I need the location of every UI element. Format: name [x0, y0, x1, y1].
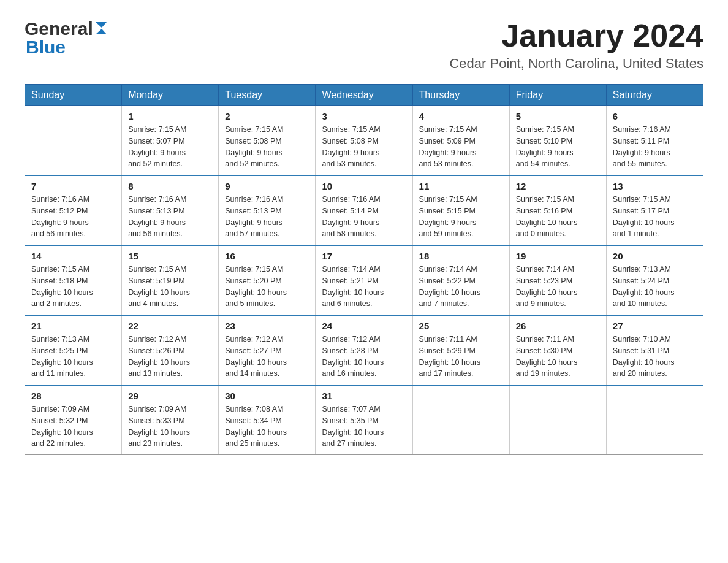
day-number: 16 — [225, 251, 309, 261]
calendar-day-cell: 27Sunrise: 7:10 AMSunset: 5:31 PMDayligh… — [606, 315, 703, 385]
calendar-week-row: 7Sunrise: 7:16 AMSunset: 5:12 PMDaylight… — [25, 175, 703, 245]
calendar-day-cell: 15Sunrise: 7:15 AMSunset: 5:19 PMDayligh… — [122, 245, 219, 315]
day-info: Sunrise: 7:11 AMSunset: 5:29 PMDaylight:… — [419, 334, 503, 380]
calendar-day-header: Saturday — [606, 85, 703, 106]
logo: General Blue — [25, 18, 108, 58]
calendar-day-cell: 9Sunrise: 7:16 AMSunset: 5:13 PMDaylight… — [219, 175, 316, 245]
page-header: General Blue January 2024 Cedar Point, N… — [25, 18, 703, 72]
calendar-week-row: 1Sunrise: 7:15 AMSunset: 5:07 PMDaylight… — [25, 106, 703, 176]
day-number: 27 — [613, 321, 697, 331]
day-info: Sunrise: 7:14 AMSunset: 5:23 PMDaylight:… — [516, 264, 600, 310]
day-number: 22 — [128, 321, 212, 331]
day-info: Sunrise: 7:15 AMSunset: 5:17 PMDaylight:… — [613, 194, 697, 240]
day-info: Sunrise: 7:16 AMSunset: 5:14 PMDaylight:… — [322, 194, 406, 240]
calendar-week-row: 14Sunrise: 7:15 AMSunset: 5:18 PMDayligh… — [25, 245, 703, 315]
calendar-day-cell: 28Sunrise: 7:09 AMSunset: 5:32 PMDayligh… — [25, 385, 122, 455]
day-number: 24 — [322, 321, 406, 331]
calendar-day-cell: 25Sunrise: 7:11 AMSunset: 5:29 PMDayligh… — [412, 315, 509, 385]
title-section: January 2024 Cedar Point, North Carolina… — [449, 18, 703, 72]
day-info: Sunrise: 7:12 AMSunset: 5:28 PMDaylight:… — [322, 334, 406, 380]
day-number: 1 — [128, 111, 212, 121]
day-info: Sunrise: 7:13 AMSunset: 5:25 PMDaylight:… — [31, 334, 115, 380]
day-number: 3 — [322, 111, 406, 121]
day-info: Sunrise: 7:15 AMSunset: 5:20 PMDaylight:… — [225, 264, 309, 310]
day-number: 30 — [225, 391, 309, 401]
month-year-title: January 2024 — [449, 18, 703, 53]
day-info: Sunrise: 7:16 AMSunset: 5:11 PMDaylight:… — [613, 124, 697, 170]
day-number: 5 — [516, 111, 600, 121]
day-info: Sunrise: 7:15 AMSunset: 5:10 PMDaylight:… — [516, 124, 600, 170]
day-number: 10 — [322, 181, 406, 191]
calendar-table: SundayMondayTuesdayWednesdayThursdayFrid… — [25, 84, 703, 455]
day-info: Sunrise: 7:15 AMSunset: 5:08 PMDaylight:… — [322, 124, 406, 170]
day-info: Sunrise: 7:08 AMSunset: 5:34 PMDaylight:… — [225, 404, 309, 450]
day-info: Sunrise: 7:15 AMSunset: 5:08 PMDaylight:… — [225, 124, 309, 170]
day-info: Sunrise: 7:12 AMSunset: 5:27 PMDaylight:… — [225, 334, 309, 380]
calendar-day-cell: 31Sunrise: 7:07 AMSunset: 5:35 PMDayligh… — [316, 385, 412, 455]
calendar-day-header: Wednesday — [316, 85, 412, 106]
day-info: Sunrise: 7:16 AMSunset: 5:13 PMDaylight:… — [128, 194, 212, 240]
day-number: 21 — [31, 321, 115, 331]
day-number: 18 — [419, 251, 503, 261]
day-number: 9 — [225, 181, 309, 191]
calendar-day-cell: 8Sunrise: 7:16 AMSunset: 5:13 PMDaylight… — [122, 175, 219, 245]
calendar-day-header: Sunday — [25, 85, 122, 106]
day-number: 7 — [31, 181, 115, 191]
svg-marker-1 — [96, 29, 107, 34]
calendar-header-row: SundayMondayTuesdayWednesdayThursdayFrid… — [25, 85, 703, 106]
calendar-week-row: 28Sunrise: 7:09 AMSunset: 5:32 PMDayligh… — [25, 385, 703, 455]
calendar-day-cell: 23Sunrise: 7:12 AMSunset: 5:27 PMDayligh… — [219, 315, 316, 385]
day-info: Sunrise: 7:16 AMSunset: 5:12 PMDaylight:… — [31, 194, 115, 240]
calendar-day-cell: 7Sunrise: 7:16 AMSunset: 5:12 PMDaylight… — [25, 175, 122, 245]
calendar-day-cell: 30Sunrise: 7:08 AMSunset: 5:34 PMDayligh… — [219, 385, 316, 455]
day-number: 20 — [613, 251, 697, 261]
calendar-day-cell — [25, 106, 122, 176]
calendar-week-row: 21Sunrise: 7:13 AMSunset: 5:25 PMDayligh… — [25, 315, 703, 385]
calendar-day-cell: 10Sunrise: 7:16 AMSunset: 5:14 PMDayligh… — [316, 175, 412, 245]
day-number: 17 — [322, 251, 406, 261]
day-number: 13 — [613, 181, 697, 191]
calendar-day-cell: 29Sunrise: 7:09 AMSunset: 5:33 PMDayligh… — [122, 385, 219, 455]
logo-blue-text: Blue — [26, 37, 66, 58]
calendar-day-cell: 5Sunrise: 7:15 AMSunset: 5:10 PMDaylight… — [509, 106, 606, 176]
calendar-day-header: Tuesday — [219, 85, 316, 106]
calendar-day-cell — [509, 385, 606, 455]
calendar-day-cell: 13Sunrise: 7:15 AMSunset: 5:17 PMDayligh… — [606, 175, 703, 245]
calendar-day-cell: 18Sunrise: 7:14 AMSunset: 5:22 PMDayligh… — [412, 245, 509, 315]
calendar-day-cell: 26Sunrise: 7:11 AMSunset: 5:30 PMDayligh… — [509, 315, 606, 385]
calendar-day-cell: 3Sunrise: 7:15 AMSunset: 5:08 PMDaylight… — [316, 106, 412, 176]
day-number: 31 — [322, 391, 406, 401]
day-info: Sunrise: 7:09 AMSunset: 5:32 PMDaylight:… — [31, 404, 115, 450]
calendar-day-cell — [412, 385, 509, 455]
day-info: Sunrise: 7:10 AMSunset: 5:31 PMDaylight:… — [613, 334, 697, 380]
location-subtitle: Cedar Point, North Carolina, United Stat… — [449, 56, 703, 72]
day-info: Sunrise: 7:13 AMSunset: 5:24 PMDaylight:… — [613, 264, 697, 310]
logo-general-text: General — [25, 18, 93, 39]
day-info: Sunrise: 7:14 AMSunset: 5:21 PMDaylight:… — [322, 264, 406, 310]
day-info: Sunrise: 7:11 AMSunset: 5:30 PMDaylight:… — [516, 334, 600, 380]
day-info: Sunrise: 7:15 AMSunset: 5:15 PMDaylight:… — [419, 194, 503, 240]
day-number: 6 — [613, 111, 697, 121]
day-info: Sunrise: 7:15 AMSunset: 5:19 PMDaylight:… — [128, 264, 212, 310]
day-number: 29 — [128, 391, 212, 401]
day-number: 15 — [128, 251, 212, 261]
day-number: 23 — [225, 321, 309, 331]
day-number: 12 — [516, 181, 600, 191]
day-number: 14 — [31, 251, 115, 261]
calendar-day-header: Thursday — [412, 85, 509, 106]
day-number: 11 — [419, 181, 503, 191]
day-info: Sunrise: 7:09 AMSunset: 5:33 PMDaylight:… — [128, 404, 212, 450]
calendar-day-cell: 14Sunrise: 7:15 AMSunset: 5:18 PMDayligh… — [25, 245, 122, 315]
day-number: 8 — [128, 181, 212, 191]
calendar-day-cell: 1Sunrise: 7:15 AMSunset: 5:07 PMDaylight… — [122, 106, 219, 176]
calendar-day-cell: 19Sunrise: 7:14 AMSunset: 5:23 PMDayligh… — [509, 245, 606, 315]
calendar-day-cell: 17Sunrise: 7:14 AMSunset: 5:21 PMDayligh… — [316, 245, 412, 315]
day-number: 2 — [225, 111, 309, 121]
day-number: 19 — [516, 251, 600, 261]
day-info: Sunrise: 7:16 AMSunset: 5:13 PMDaylight:… — [225, 194, 309, 240]
calendar-day-cell: 4Sunrise: 7:15 AMSunset: 5:09 PMDaylight… — [412, 106, 509, 176]
day-number: 26 — [516, 321, 600, 331]
calendar-day-cell: 16Sunrise: 7:15 AMSunset: 5:20 PMDayligh… — [219, 245, 316, 315]
day-number: 28 — [31, 391, 115, 401]
day-info: Sunrise: 7:07 AMSunset: 5:35 PMDaylight:… — [322, 404, 406, 450]
